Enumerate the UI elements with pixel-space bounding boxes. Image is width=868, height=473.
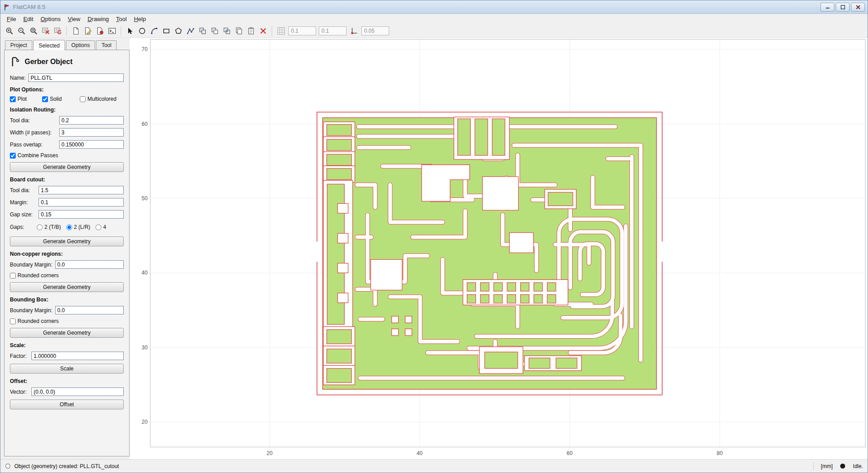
status-message: Object (geometry) created: PLL.GTL_cutou… — [14, 463, 119, 469]
noncopper-rounded-checkbox-input[interactable] — [10, 273, 16, 279]
circle-tool-button[interactable] — [136, 25, 148, 37]
noncopper-rounded-checkbox[interactable]: Rounded corners — [10, 272, 59, 279]
replot-icon — [54, 27, 62, 35]
select-tool-button[interactable] — [124, 25, 136, 37]
grid-y-input[interactable] — [319, 26, 347, 35]
tab-options[interactable]: Options — [66, 40, 95, 50]
zoom-in-button[interactable] — [3, 25, 15, 37]
gap-size-input[interactable] — [39, 210, 124, 219]
menu-edit[interactable]: Edit — [20, 15, 37, 23]
multicolored-checkbox-input[interactable] — [80, 96, 86, 102]
minimize-button[interactable] — [820, 3, 834, 12]
noncopper-generate-button[interactable]: Generate Geometry — [10, 282, 124, 292]
menu-file[interactable]: File — [3, 15, 20, 23]
offset-vector-label: Vector: — [10, 389, 29, 395]
rectangle-tool-button[interactable] — [160, 25, 172, 37]
bbox-generate-button[interactable]: Generate Geometry — [10, 328, 124, 338]
intersection-tool-button[interactable] — [221, 25, 233, 37]
open-project-button[interactable] — [82, 25, 94, 37]
multicolored-checkbox[interactable]: Multicolored — [80, 96, 117, 102]
cutout-generate-button[interactable]: Generate Geometry — [10, 236, 124, 246]
maximize-icon — [841, 5, 845, 9]
save-project-button[interactable] — [94, 25, 106, 37]
zoom-fit-button[interactable] — [27, 25, 39, 37]
plot-checkbox-input[interactable] — [10, 96, 16, 102]
combine-passes-checkbox[interactable]: Combine Passes — [10, 152, 58, 159]
polygon-tool-button[interactable] — [172, 25, 184, 37]
combine-passes-label: Combine Passes — [17, 152, 58, 159]
noncopper-margin-label: Boundary Margin: — [10, 262, 52, 268]
paste-tool-button[interactable] — [245, 25, 257, 37]
plot-checkbox[interactable]: Plot — [10, 96, 42, 102]
menu-view[interactable]: View — [64, 15, 84, 23]
status-separator — [813, 462, 814, 470]
tab-selected[interactable]: Selected — [33, 40, 65, 50]
gaps-radio-tb[interactable]: 2 (T/B) — [37, 224, 61, 230]
solid-checkbox[interactable]: Solid — [42, 96, 73, 102]
width-passes-input[interactable] — [59, 128, 124, 137]
copy-tool-button[interactable] — [233, 25, 245, 37]
combine-passes-checkbox-input[interactable] — [10, 153, 16, 159]
noncopper-heading: Non-copper regions: — [10, 251, 124, 257]
pass-overlap-input[interactable] — [59, 140, 124, 149]
delete-icon — [259, 27, 267, 35]
isolation-heading: Isolation Routing: — [10, 107, 124, 113]
solid-checkbox-input[interactable] — [42, 96, 48, 102]
cutout-gap-right — [660, 241, 665, 262]
clear-plot-button[interactable] — [39, 25, 52, 37]
tool-dia-input[interactable] — [59, 116, 124, 125]
toolbar — [0, 24, 868, 38]
offset-vector-input[interactable] — [31, 387, 124, 396]
scale-factor-input[interactable] — [31, 352, 124, 360]
gaps-radio-tb-input[interactable] — [37, 224, 43, 230]
tab-tool[interactable]: Tool — [96, 40, 117, 50]
maximize-button[interactable] — [836, 3, 850, 12]
zoom-out-button[interactable] — [15, 25, 27, 37]
name-input[interactable] — [28, 73, 124, 82]
subtract-tool-button[interactable] — [208, 25, 221, 37]
close-icon — [856, 5, 860, 9]
cutout-margin-input[interactable] — [39, 198, 124, 206]
window-title: FlatCAM 8.5 — [13, 4, 45, 10]
scale-button[interactable]: Scale — [10, 364, 124, 374]
minimize-icon — [825, 5, 830, 9]
new-project-button[interactable] — [69, 25, 82, 37]
grid-snap-button[interactable] — [275, 25, 287, 37]
union-tool-button[interactable] — [196, 25, 208, 37]
plot-canvas[interactable]: 70 60 50 40 30 20 20 40 60 80 — [130, 38, 868, 459]
shell-button[interactable] — [106, 25, 118, 37]
flatcam-logo-icon — [10, 56, 21, 67]
noncopper-margin-input[interactable] — [55, 260, 124, 269]
gaps-radio-4[interactable]: 4 — [95, 224, 106, 230]
bbox-rounded-checkbox[interactable]: Rounded corners — [10, 318, 59, 324]
bbox-rounded-label: Rounded corners — [17, 318, 59, 324]
flatcam-window: FlatCAM 8.5 File Edit Options View Drawi… — [0, 0, 868, 473]
corner-snap-button[interactable] — [348, 25, 360, 37]
menu-tool[interactable]: Tool — [113, 15, 130, 23]
path-tool-button[interactable] — [184, 25, 196, 37]
replot-button[interactable] — [52, 25, 64, 37]
menu-help[interactable]: Help — [130, 15, 150, 23]
close-button[interactable] — [851, 3, 865, 12]
gaps-radio-lr[interactable]: 2 (L/R) — [66, 224, 91, 230]
isolation-generate-button[interactable]: Generate Geometry — [10, 162, 124, 172]
menu-options[interactable]: Options — [37, 15, 64, 23]
tool-dia-label: Tool dia: — [10, 117, 56, 124]
toolbar-separator — [66, 26, 67, 36]
toolbar-separator — [272, 26, 272, 36]
grid-x-input[interactable] — [288, 26, 316, 35]
tab-project[interactable]: Project — [5, 40, 32, 50]
menu-drawing[interactable]: Drawing — [84, 15, 113, 23]
multicolored-checkbox-label: Multicolored — [87, 96, 117, 102]
bbox-rounded-checkbox-input[interactable] — [10, 318, 16, 324]
name-label: Name: — [10, 75, 26, 81]
snap-distance-input[interactable] — [361, 26, 389, 35]
gaps-radio-lr-input[interactable] — [66, 224, 72, 230]
status-indicator-icon — [5, 463, 11, 469]
bbox-margin-input[interactable] — [55, 306, 124, 314]
gaps-radio-4-input[interactable] — [95, 224, 101, 230]
cutout-tool-dia-input[interactable] — [39, 186, 124, 194]
arc-tool-button[interactable] — [148, 25, 160, 37]
offset-button[interactable]: Offset — [10, 400, 124, 409]
delete-tool-button[interactable] — [257, 25, 269, 37]
